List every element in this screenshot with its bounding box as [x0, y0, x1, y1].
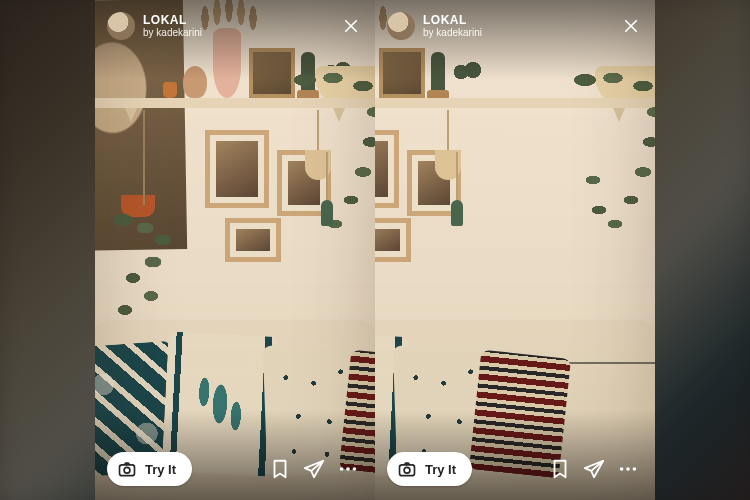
svg-point-5: [346, 467, 350, 471]
story-bottom-bar: Try It: [107, 452, 363, 486]
filter-name: LOKAL: [143, 14, 339, 27]
filter-title-block[interactable]: LOKAL by kadekarini: [143, 14, 339, 38]
share-button[interactable]: [579, 454, 609, 484]
close-icon: [622, 17, 640, 35]
save-button[interactable]: [545, 454, 575, 484]
author-avatar[interactable]: [107, 12, 135, 40]
camera-icon: [117, 459, 137, 479]
try-it-button[interactable]: Try It: [107, 452, 192, 486]
share-button[interactable]: [299, 454, 329, 484]
svg-point-6: [353, 467, 357, 471]
try-it-button[interactable]: Try It: [387, 452, 472, 486]
more-button[interactable]: [613, 454, 643, 484]
more-icon: [617, 458, 639, 480]
svg-point-13: [633, 467, 637, 471]
filter-title-block[interactable]: LOKAL by kadekarini: [423, 14, 619, 38]
bookmark-icon: [269, 458, 291, 480]
svg-point-3: [124, 467, 130, 473]
story-header: LOKAL by kadekarini: [387, 12, 643, 40]
try-it-label: Try It: [425, 462, 456, 477]
camera-icon: [397, 459, 417, 479]
bookmark-icon: [549, 458, 571, 480]
svg-rect-9: [400, 465, 415, 476]
more-button[interactable]: [333, 454, 363, 484]
save-button[interactable]: [265, 454, 295, 484]
story-media: [375, 0, 655, 500]
paper-plane-icon: [303, 458, 325, 480]
story-pair: LOKAL by kadekarini Try It: [95, 0, 655, 500]
filter-author: by kadekarini: [423, 27, 619, 38]
filter-name: LOKAL: [423, 14, 619, 27]
svg-point-12: [626, 467, 630, 471]
story-panel-right[interactable]: LOKAL by kadekarini Try It: [375, 0, 655, 500]
svg-point-11: [620, 467, 624, 471]
filter-author: by kadekarini: [143, 27, 339, 38]
story-header: LOKAL by kadekarini: [107, 12, 363, 40]
svg-rect-2: [120, 465, 135, 476]
close-button[interactable]: [619, 14, 643, 38]
story-panel-left[interactable]: LOKAL by kadekarini Try It: [95, 0, 375, 500]
close-button[interactable]: [339, 14, 363, 38]
svg-point-10: [404, 467, 410, 473]
close-icon: [342, 17, 360, 35]
story-bottom-bar: Try It: [387, 452, 643, 486]
try-it-label: Try It: [145, 462, 176, 477]
more-icon: [337, 458, 359, 480]
author-avatar[interactable]: [387, 12, 415, 40]
story-media: [95, 0, 375, 500]
paper-plane-icon: [583, 458, 605, 480]
svg-point-4: [340, 467, 344, 471]
